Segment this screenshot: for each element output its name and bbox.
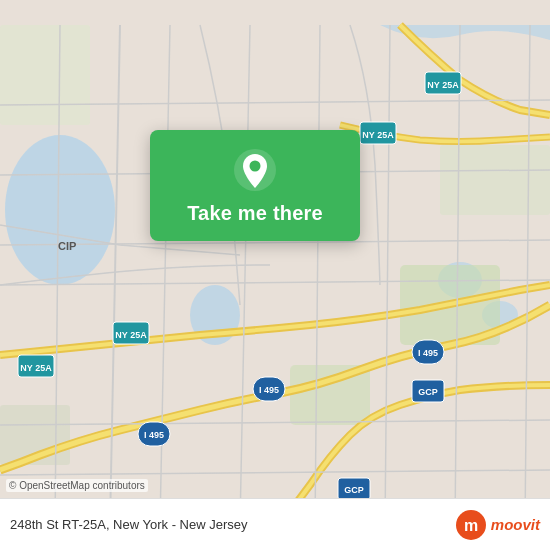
svg-text:I 495: I 495 — [418, 348, 438, 358]
moovit-m-icon: m — [455, 509, 487, 541]
moovit-logo: m moovit — [455, 509, 540, 541]
map-svg: NY 25A NY 25A NY 25A NY 25A I 495 I 495 … — [0, 0, 550, 550]
svg-line-12 — [315, 25, 320, 525]
take-me-there-label: Take me there — [187, 202, 323, 225]
map-container: NY 25A NY 25A NY 25A NY 25A I 495 I 495 … — [0, 0, 550, 550]
svg-text:GCP: GCP — [344, 485, 364, 495]
svg-text:NY 25A: NY 25A — [362, 130, 394, 140]
svg-text:NY 25A: NY 25A — [20, 363, 52, 373]
svg-text:I 495: I 495 — [259, 385, 279, 395]
svg-text:CIP: CIP — [58, 240, 76, 252]
svg-line-11 — [240, 25, 250, 525]
svg-line-21 — [0, 420, 550, 425]
svg-point-46 — [250, 161, 261, 172]
svg-text:NY 25A: NY 25A — [115, 330, 147, 340]
bottom-bar: 248th St RT-25A, New York - New Jersey m… — [0, 498, 550, 550]
svg-text:GCP: GCP — [418, 387, 438, 397]
svg-line-22 — [0, 470, 550, 475]
svg-text:NY 25A: NY 25A — [427, 80, 459, 90]
svg-rect-8 — [440, 145, 550, 215]
svg-line-9 — [110, 25, 120, 525]
address-text: 248th St RT-25A, New York - New Jersey — [10, 517, 247, 532]
moovit-brand-text: moovit — [491, 516, 540, 533]
svg-text:m: m — [464, 517, 478, 534]
copyright-notice: © OpenStreetMap contributors — [6, 479, 148, 492]
svg-line-10 — [160, 25, 170, 525]
location-pin-icon — [233, 148, 277, 192]
svg-point-0 — [5, 135, 115, 285]
svg-line-13 — [385, 25, 390, 525]
svg-rect-7 — [0, 25, 90, 125]
popup-card[interactable]: Take me there — [150, 130, 360, 241]
svg-text:I 495: I 495 — [144, 430, 164, 440]
